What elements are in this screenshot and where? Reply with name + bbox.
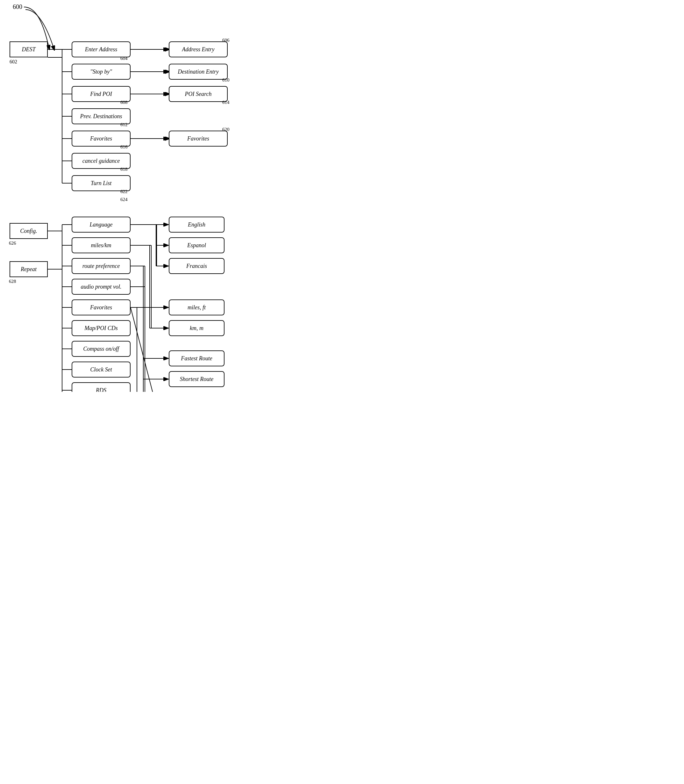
english-label: English [188,221,205,228]
svg-line-44 [131,307,169,392]
espanol-label: Espanol [187,242,206,249]
dest-favorites-result-label: Favorites [187,136,209,142]
poi-search-node: POI Search [169,86,227,102]
id-606: 606 [222,37,230,43]
cancel-guidance-label: cancel guidance [82,158,120,164]
figure-number: 600 [13,3,22,11]
route-preference-node: route preference [72,258,131,274]
id-612: 612 [120,122,128,128]
dest-favorites-result-node: Favorites [169,131,227,147]
fastest-route-label: Fastest Route [181,355,212,362]
enter-address-node: Enter Address [72,41,131,57]
config-favorites-node: Favorites [72,299,131,315]
audio-prompt-node: audio prompt vol. [72,279,131,295]
km-m-label: km, m [190,325,203,331]
route-preference-label: route preference [82,263,120,270]
config-label: Config. [20,228,37,234]
prev-dest-label: Prev. Destinations [80,113,122,120]
dest-id: 602 [10,59,17,65]
dest-label: DEST [22,46,35,53]
diagram: 600 [0,0,342,392]
id-608: 608 [120,100,128,105]
english-node: English [169,217,224,233]
audio-prompt-label: audio prompt vol. [81,283,122,290]
dest-node: DEST [10,41,48,57]
address-entry-label: Address Entry [182,46,215,53]
config-node: Config. [10,223,48,239]
clock-set-label: Clock Set [90,366,112,373]
miles-km-node: miles/km [72,237,131,253]
id-610: 610 [222,78,230,83]
map-poi-label: Map/POI CDs [84,325,118,331]
id-628: 628 [9,279,16,284]
id-614: 614 [222,100,230,105]
stop-by-node: "Stop by" [72,64,131,80]
clock-set-node: Clock Set [72,362,131,378]
poi-search-label: POI Search [185,91,212,97]
miles-ft-node: miles, ft [169,299,224,315]
espanol-node: Espanol [169,237,224,253]
id-620: 620 [222,127,230,132]
stop-by-label: "Stop by" [90,68,112,75]
language-node: Language [72,217,131,233]
language-label: Language [90,221,113,228]
map-poi-node: Map/POI CDs [72,320,131,336]
turn-list-label: Turn List [91,180,112,187]
miles-ft-label: miles, ft [187,304,206,311]
compass-node: Compass on/off [72,341,131,357]
shortest-route-node: Shortest Route [169,371,224,387]
config-favorites-label: Favorites [90,304,112,311]
francais-node: Francais [169,258,224,274]
destination-entry-label: Destination Entry [178,68,219,75]
rds-label: RDS [96,387,106,392]
id-616: 616 [120,144,128,150]
francais-label: Francais [186,263,207,270]
enter-address-label: Enter Address [85,46,118,53]
destination-entry-node: Destination Entry [169,64,227,80]
id-618: 618 [120,166,128,172]
repeat-node: Repeat [10,261,48,277]
id-604: 604 [120,56,128,61]
miles-km-label: miles/km [91,242,111,249]
shortest-route-label: Shortest Route [180,376,214,383]
find-poi-label: Find POI [90,91,112,97]
fastest-route-node: Fastest Route [169,351,224,366]
id-626: 626 [9,241,16,246]
km-m-node: km, m [169,320,224,336]
dest-favorites-label: Favorites [90,136,112,142]
address-entry-node: Address Entry [169,41,227,57]
id-622: 622 [120,189,128,194]
id-624: 624 [120,197,128,202]
compass-label: Compass on/off [83,346,119,352]
rds-node: RDS [72,382,131,392]
repeat-label: Repeat [21,266,37,273]
